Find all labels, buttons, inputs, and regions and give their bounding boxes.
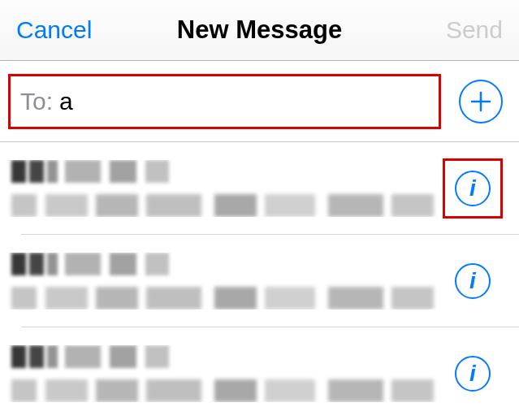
info-button[interactable]: i	[455, 171, 491, 206]
plus-icon	[469, 90, 492, 113]
info-button-highlight: i	[443, 158, 503, 219]
to-input[interactable]	[59, 88, 429, 115]
to-label: To:	[20, 88, 53, 115]
navbar: Cancel New Message Send	[0, 0, 519, 61]
cancel-button[interactable]: Cancel	[16, 16, 92, 44]
suggestion-name-redacted	[11, 160, 190, 183]
info-button-wrap: i	[443, 344, 503, 404]
info-button[interactable]: i	[455, 263, 491, 299]
add-contact-button[interactable]	[459, 80, 503, 123]
suggestion-name-redacted	[11, 345, 190, 368]
suggestion-detail-redacted	[11, 379, 434, 402]
suggestion-row[interactable]: i	[0, 235, 519, 327]
suggestion-content	[0, 253, 443, 310]
info-icon: i	[469, 270, 476, 292]
suggestion-detail-redacted	[11, 194, 434, 217]
send-button: Send	[446, 16, 503, 44]
suggestion-detail-redacted	[11, 287, 434, 310]
to-row: To:	[0, 61, 519, 142]
info-button-wrap: i	[443, 251, 503, 311]
suggestion-content	[0, 160, 443, 217]
suggestion-name-redacted	[11, 253, 190, 275]
info-button[interactable]: i	[455, 356, 491, 392]
info-icon: i	[469, 362, 476, 385]
suggestion-content	[0, 345, 443, 402]
suggestion-row[interactable]: i	[0, 142, 519, 235]
suggestion-row[interactable]: i	[0, 327, 519, 420]
page-title: New Message	[177, 15, 342, 45]
info-icon: i	[469, 177, 476, 200]
to-field-highlight: To:	[8, 74, 441, 129]
